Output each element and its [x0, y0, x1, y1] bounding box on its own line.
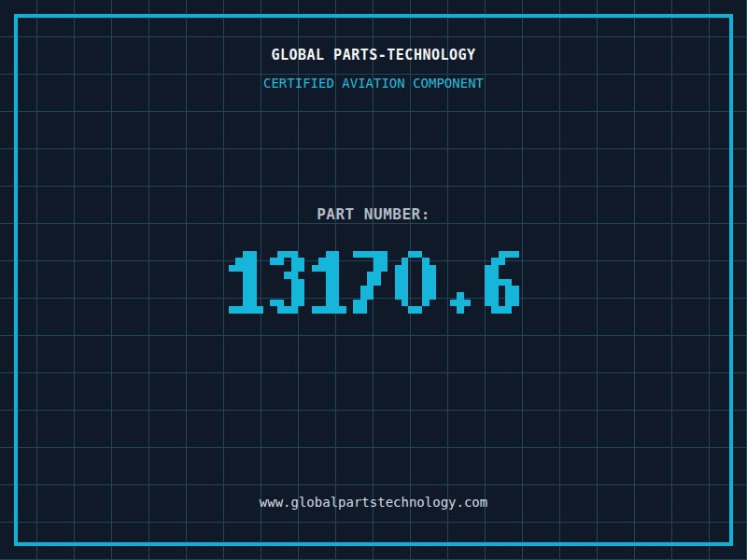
part-number-display	[0, 251, 747, 314]
part-number-pixel-digits	[229, 251, 519, 314]
certification-subtitle: CERTIFIED AVIATION COMPONENT	[0, 76, 747, 91]
website-url: www.globalpartstechnology.com	[0, 495, 747, 510]
part-number-label: PART NUMBER:	[0, 205, 747, 223]
company-title: GLOBAL PARTS-TECHNOLOGY	[0, 47, 747, 63]
